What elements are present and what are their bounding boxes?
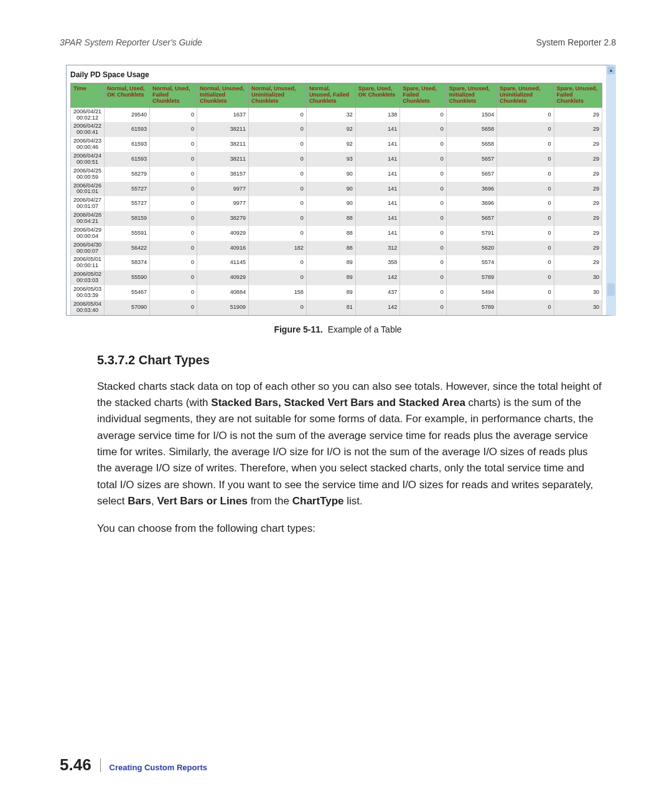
running-header: 3PAR System Reporter User's Guide System… (60, 37, 616, 47)
cell-time: 2006/04/26 00:01:01 (71, 182, 105, 197)
column-header: Time (71, 83, 105, 108)
cell-value: 0 (248, 167, 306, 182)
cell-value: 141 (355, 226, 399, 241)
cell-value: 0 (149, 122, 197, 137)
cell-value: 30 (554, 300, 602, 315)
cell-value: 0 (497, 167, 554, 182)
table-row: 2006/04/28 00:04:21581590382790881410565… (71, 211, 602, 226)
cell-value: 0 (400, 270, 447, 285)
cell-value: 0 (497, 182, 554, 197)
cell-value: 9977 (197, 196, 249, 211)
cell-value: 0 (497, 137, 554, 152)
cell-value: 5657 (446, 152, 497, 167)
cell-value: 5574 (446, 255, 497, 270)
cell-value: 141 (355, 122, 399, 137)
cell-time: 2006/04/23 00:00:46 (71, 137, 105, 152)
scroll-thumb (607, 283, 615, 296)
cell-value: 55727 (105, 182, 150, 197)
cell-value: 29 (554, 107, 602, 122)
table-row: 2006/04/29 00:00:04555910409290881410579… (71, 226, 602, 241)
table-row: 2006/04/26 00:01:01557270997709014103696… (71, 182, 602, 197)
cell-value: 89 (306, 255, 355, 270)
cell-value: 5658 (446, 122, 497, 137)
cell-value: 55591 (105, 226, 150, 241)
cell-value: 32 (306, 107, 355, 122)
cell-value: 92 (306, 137, 355, 152)
cell-value: 0 (149, 255, 197, 270)
figure-caption: Figure 5-11. Example of a Table (60, 324, 616, 334)
bold-run: ChartType (292, 495, 344, 507)
figure-text: Example of a Table (328, 324, 402, 334)
page-number: 5.46 (60, 755, 91, 775)
cell-value: 0 (248, 107, 306, 122)
cell-value: 0 (400, 107, 447, 122)
cell-value: 0 (497, 255, 554, 270)
cell-value: 0 (497, 122, 554, 137)
column-header: Spare, Unused, Uninitialized Chunklets (497, 83, 554, 108)
cell-value: 0 (497, 300, 554, 315)
cell-value: 61593 (105, 137, 150, 152)
cell-value: 0 (149, 137, 197, 152)
cell-value: 0 (149, 167, 197, 182)
cell-value: 0 (497, 196, 554, 211)
cell-value: 312 (355, 241, 399, 256)
footer-divider (100, 758, 101, 772)
cell-value: 0 (248, 122, 306, 137)
cell-value: 0 (248, 300, 306, 315)
cell-value: 0 (149, 182, 197, 197)
cell-value: 5658 (446, 137, 497, 152)
table-row: 2006/04/27 00:01:07557270997709014103696… (71, 196, 602, 211)
cell-value: 141 (355, 182, 399, 197)
table-row: 2006/05/04 00:03:40570900519090811420578… (71, 300, 602, 315)
cell-time: 2006/05/04 00:03:40 (71, 300, 105, 315)
cell-value: 0 (248, 255, 306, 270)
cell-value: 0 (149, 196, 197, 211)
cell-value: 55467 (105, 285, 150, 300)
cell-value: 5657 (446, 167, 497, 182)
cell-time: 2006/04/28 00:04:21 (71, 211, 105, 226)
cell-value: 3696 (446, 182, 497, 197)
text-run: charts) is the sum of the individual seg… (97, 397, 594, 507)
cell-value: 29 (554, 241, 602, 256)
cell-value: 38211 (197, 152, 249, 167)
cell-value: 58374 (105, 255, 150, 270)
cell-value: 40884 (197, 285, 249, 300)
cell-value: 29 (554, 196, 602, 211)
cell-value: 0 (149, 152, 197, 167)
cell-value: 0 (497, 152, 554, 167)
column-header: Spare, Used, OK Chunklets (355, 83, 399, 108)
cell-value: 56422 (105, 241, 150, 256)
column-header: Normal, Unused, Initialized Chunklets (197, 83, 249, 108)
cell-time: 2006/05/03 00:03:39 (71, 285, 105, 300)
cell-value: 158 (248, 285, 306, 300)
cell-value: 61593 (105, 122, 150, 137)
cell-value: 0 (400, 167, 447, 182)
text-run: list. (344, 495, 363, 507)
cell-value: 30 (554, 285, 602, 300)
cell-value: 0 (149, 226, 197, 241)
cell-value: 1504 (446, 107, 497, 122)
column-header: Normal, Unused, Uninitialized Chunklets (248, 83, 306, 108)
cell-value: 0 (400, 122, 447, 137)
cell-value: 5789 (446, 300, 497, 315)
paragraph-2: You can choose from the following chart … (97, 521, 604, 537)
cell-value: 0 (400, 226, 447, 241)
table-row: 2006/04/23 00:00:46615930382110921410565… (71, 137, 602, 152)
cell-time: 2006/04/24 00:00:51 (71, 152, 105, 167)
cell-value: 0 (497, 241, 554, 256)
cell-value: 0 (149, 241, 197, 256)
cell-value: 141 (355, 196, 399, 211)
cell-value: 0 (149, 107, 197, 122)
cell-value: 5789 (446, 270, 497, 285)
bold-run: Stacked Bars, Stacked Vert Bars and Stac… (211, 397, 465, 408)
column-header: Normal, Used, OK Chunklets (105, 83, 150, 108)
cell-time: 2006/04/30 00:00:07 (71, 241, 105, 256)
cell-value: 0 (248, 196, 306, 211)
page-footer: 5.46 Creating Custom Reports (60, 755, 207, 775)
cell-value: 88 (306, 241, 355, 256)
cell-value: 89 (306, 285, 355, 300)
cell-value: 29 (554, 152, 602, 167)
cell-time: 2006/04/27 00:01:07 (71, 196, 105, 211)
cell-value: 0 (400, 196, 447, 211)
cell-value: 182 (248, 241, 306, 256)
